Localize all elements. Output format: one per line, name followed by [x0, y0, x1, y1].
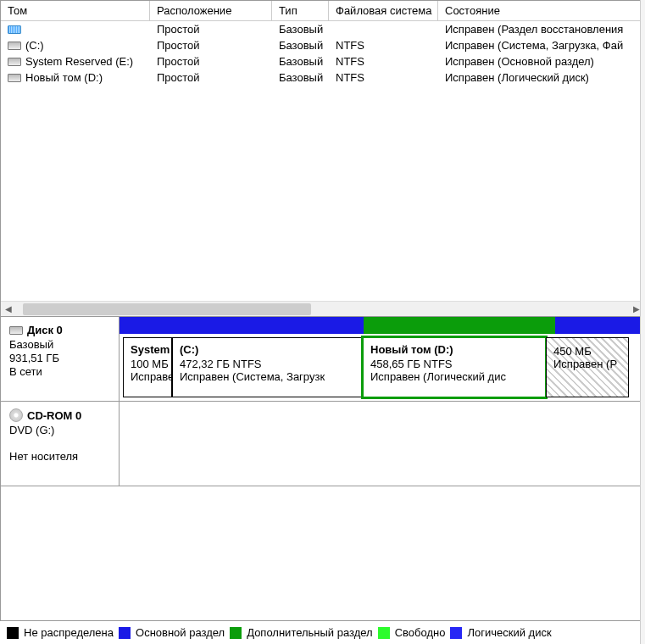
- primary-region-bar: [555, 317, 644, 334]
- partition-d-selected[interactable]: Новый том (D:) 458,65 ГБ NTFS Исправен (…: [361, 336, 548, 399]
- volume-fs: [329, 22, 438, 36]
- primary-region-bar: [120, 317, 364, 334]
- volume-layout: Простой: [150, 70, 272, 85]
- volume-list[interactable]: Том Расположение Тип Файловая система Со…: [1, 1, 644, 316]
- partition-title: (C:): [180, 343, 355, 356]
- volume-layout: Простой: [150, 22, 272, 36]
- partition-system[interactable]: System 100 МБ Исправен: [123, 337, 172, 397]
- disk-row-cdrom[interactable]: CD-ROM 0 DVD (G:) Нет носителя: [1, 402, 644, 486]
- volume-status: Исправен (Раздел восстановления: [438, 22, 642, 36]
- scroll-track[interactable]: [16, 302, 629, 317]
- disk-header-bar: [120, 317, 644, 334]
- partition-status: Исправен (Р: [553, 358, 621, 370]
- partition-size: 472,32 ГБ NTFS: [180, 358, 355, 370]
- disk-type: Базовый: [9, 338, 110, 351]
- disk-state: В сети: [9, 365, 110, 378]
- volume-type: Базовый: [272, 38, 329, 53]
- legend-swatch-free: [378, 627, 390, 639]
- partition-size: 100 МБ: [131, 358, 164, 370]
- volume-type: Базовый: [272, 54, 329, 69]
- scroll-thumb[interactable]: [23, 303, 311, 315]
- partition-status: Исправен: [131, 370, 164, 383]
- volume-fs: NTFS: [329, 70, 438, 85]
- horizontal-scrollbar[interactable]: ◀ ▶: [1, 301, 644, 316]
- legend-label: Основной раздел: [136, 626, 225, 639]
- partition-recovery[interactable]: 450 МБ Исправен (Р: [546, 337, 629, 397]
- disk-size: 931,51 ГБ: [9, 352, 110, 364]
- legend-swatch-unallocated: [7, 627, 19, 639]
- col-header-type[interactable]: Тип: [272, 1, 329, 20]
- volume-layout: Простой: [150, 38, 272, 53]
- volume-type: Базовый: [272, 70, 329, 85]
- partition-title: System: [131, 343, 164, 356]
- legend-label: Логический диск: [467, 626, 551, 639]
- scroll-left-icon[interactable]: ◀: [1, 302, 16, 317]
- volume-row[interactable]: Новый том (D:) Простой Базовый NTFS Испр…: [1, 69, 644, 86]
- partition-title: Новый том (D:): [370, 343, 538, 356]
- legend-label: Дополнительный раздел: [247, 626, 373, 639]
- partition-size: 450 МБ: [553, 345, 621, 358]
- disk-map: Диск 0 Базовый 931,51 ГБ В сети System 1…: [1, 316, 644, 486]
- volume-name: Новый том (D:): [25, 71, 103, 84]
- volume-fs: NTFS: [329, 38, 438, 53]
- col-header-filesystem[interactable]: Файловая система: [329, 1, 438, 20]
- col-header-layout[interactable]: Расположение: [150, 1, 272, 20]
- partition-c[interactable]: (C:) 472,32 ГБ NTFS Исправен (Система, З…: [172, 337, 363, 397]
- disk-title: Диск 0: [27, 324, 63, 336]
- disk-type: DVD (G:): [9, 424, 110, 436]
- disk-row-disk0[interactable]: Диск 0 Базовый 931,51 ГБ В сети System 1…: [1, 317, 644, 402]
- partition-status: Исправен (Логический дис: [370, 370, 538, 383]
- volume-status: Исправен (Система, Загрузка, Фай: [438, 38, 642, 53]
- col-header-status[interactable]: Состояние: [438, 1, 642, 20]
- volume-status: Исправен (Основной раздел): [438, 54, 642, 69]
- legend-label: Свободно: [395, 626, 446, 639]
- cdrom-icon: [9, 408, 23, 422]
- disk-title: CD-ROM 0: [27, 409, 81, 422]
- volume-row[interactable]: (C:) Простой Базовый NTFS Исправен (Сист…: [1, 37, 644, 53]
- col-header-volume[interactable]: Том: [1, 1, 150, 20]
- partition-size: 458,65 ГБ NTFS: [370, 358, 538, 370]
- volume-layout: Простой: [150, 54, 272, 69]
- hdd-icon: [9, 326, 23, 335]
- vertical-scrollbar[interactable]: [640, 0, 645, 644]
- legend-swatch-logical: [450, 627, 462, 639]
- volume-name: (C:): [25, 39, 44, 52]
- legend-swatch-extended: [230, 627, 242, 639]
- partition-map-empty: [120, 402, 644, 486]
- volume-row[interactable]: System Reserved (E:) Простой Базовый NTF…: [1, 53, 644, 69]
- volume-fs: NTFS: [329, 54, 438, 69]
- legend-swatch-primary: [119, 627, 131, 639]
- volume-list-header: Том Расположение Тип Файловая система Со…: [1, 1, 644, 21]
- volume-status: Исправен (Логический диск): [438, 70, 642, 85]
- volume-icon: [8, 58, 21, 66]
- partition-map: System 100 МБ Исправен (C:) 472,32 ГБ NT…: [120, 317, 644, 401]
- volume-row[interactable]: Простой Базовый Исправен (Раздел восстан…: [1, 21, 644, 37]
- legend: Не распределена Основной раздел Дополнит…: [0, 620, 645, 644]
- disk-info: Диск 0 Базовый 931,51 ГБ В сети: [1, 317, 120, 401]
- disk-info: CD-ROM 0 DVD (G:) Нет носителя: [1, 402, 120, 486]
- disk-state: Нет носителя: [9, 450, 110, 463]
- volume-icon: [8, 42, 21, 50]
- partition-status: Исправен (Система, Загрузк: [180, 370, 355, 383]
- disk-size: [9, 437, 110, 449]
- volume-icon: [8, 74, 21, 82]
- volume-type: Базовый: [272, 22, 329, 36]
- volume-icon: [8, 25, 21, 34]
- legend-label: Не распределена: [24, 626, 114, 639]
- extended-region-bar: [364, 317, 555, 334]
- volume-name: System Reserved (E:): [25, 55, 133, 68]
